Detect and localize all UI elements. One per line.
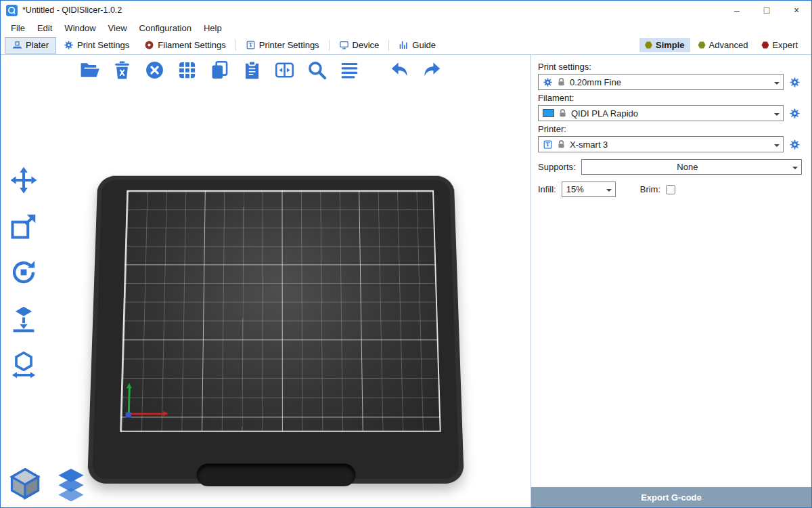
delete-all-button[interactable]: [140, 58, 168, 85]
infill-label: Infill:: [538, 184, 556, 194]
menu-edit[interactable]: Edit: [31, 21, 58, 35]
search-icon: [307, 60, 328, 83]
undo-button[interactable]: [385, 58, 413, 85]
menu-file[interactable]: File: [5, 21, 31, 35]
rotate-button[interactable]: [5, 255, 43, 291]
chevron-down-icon: [606, 189, 612, 194]
filament-label: Filament:: [538, 93, 802, 103]
filament-combo[interactable]: QIDI PLA Rapido: [538, 105, 784, 121]
tab-filament-settings[interactable]: Filament Settings: [137, 37, 233, 54]
tab-plater[interactable]: Plater: [5, 37, 56, 54]
supports-combo[interactable]: None: [581, 159, 802, 175]
window-controls: – □ ×: [722, 1, 811, 20]
supports-value: None: [586, 162, 789, 172]
printer-combo[interactable]: X-smart 3: [538, 136, 784, 152]
menu-bar: File Edit Window View Configuration Help: [1, 20, 811, 36]
menu-window[interactable]: Window: [58, 21, 102, 35]
print-settings-combo[interactable]: 0.20mm Fine: [538, 74, 784, 90]
split-objects-button[interactable]: [270, 58, 298, 85]
tab-print-settings[interactable]: Print Settings: [56, 37, 137, 54]
printer-icon: [543, 140, 553, 150]
open-project-button[interactable]: [75, 58, 104, 85]
menu-help[interactable]: Help: [198, 21, 228, 35]
gizmo-toolbar: [5, 163, 43, 383]
copy-button[interactable]: [205, 58, 233, 85]
x-axis-indicator: [128, 413, 166, 415]
mode-simple-label: Simple: [656, 40, 685, 50]
supports-label: Supports:: [538, 162, 576, 172]
y-axis-indicator: [128, 385, 131, 415]
delete-button[interactable]: [108, 58, 136, 85]
brim-checkbox[interactable]: [666, 185, 675, 194]
place-on-face-button[interactable]: [5, 301, 43, 337]
arrange-button[interactable]: [173, 58, 201, 85]
infill-brim-row: Infill: 15% Brim:: [538, 182, 802, 197]
chevron-down-icon: [774, 113, 780, 119]
layers-stack-icon: [53, 466, 89, 503]
minimize-button[interactable]: –: [722, 1, 752, 20]
iso-cube-icon: [7, 466, 43, 503]
close-button[interactable]: ×: [782, 1, 811, 20]
tab-printer-settings-label: Printer Settings: [259, 40, 319, 50]
menu-configuration[interactable]: Configuration: [133, 21, 198, 35]
tab-device[interactable]: Device: [332, 37, 387, 54]
build-plate[interactable]: [87, 176, 464, 484]
printer-label: Printer:: [538, 124, 802, 134]
grid-table-icon: [177, 60, 198, 83]
tab-separator: [388, 40, 389, 51]
paste-clipboard-icon: [242, 60, 263, 83]
mode-simple[interactable]: Simple: [639, 38, 690, 52]
paste-button[interactable]: [238, 58, 266, 85]
plater-toolbar: [75, 58, 446, 85]
guide-bars-icon: [399, 40, 409, 50]
lock-icon: [556, 77, 566, 87]
mode-advanced[interactable]: Advanced: [693, 38, 754, 52]
3d-editor-view-button[interactable]: [6, 465, 44, 503]
tab-device-label: Device: [353, 40, 380, 50]
scale-button[interactable]: [5, 209, 43, 245]
printer-icon: [246, 40, 256, 50]
variable-layer-height-button[interactable]: [335, 58, 363, 85]
maximize-button[interactable]: □: [752, 1, 782, 20]
rotate-circular-arrow-icon: [9, 257, 39, 289]
undo-arrow-icon: [389, 60, 410, 83]
mode-advanced-label: Advanced: [709, 40, 748, 50]
export-gcode-button[interactable]: Export G-code: [531, 487, 811, 507]
settings-sidebar: Print settings: 0.20mm Fine: [531, 55, 811, 507]
search-button[interactable]: [302, 58, 331, 85]
sidebar-content: Print settings: 0.20mm Fine: [531, 55, 811, 197]
filament-spool-icon: [144, 40, 154, 50]
move-arrows-icon: [9, 165, 39, 197]
trash-icon: [112, 60, 133, 83]
infill-combo[interactable]: 15%: [562, 182, 616, 197]
move-button[interactable]: [5, 163, 43, 198]
scale-icon: [9, 211, 39, 243]
3d-viewport[interactable]: [1, 55, 531, 507]
chevron-down-icon: [774, 144, 780, 150]
preview-layers-view-button[interactable]: [52, 465, 90, 503]
printer-gear-button[interactable]: [787, 137, 802, 152]
print-settings-gear-button[interactable]: [787, 75, 802, 89]
lock-icon: [556, 140, 566, 150]
split-panes-icon: [274, 60, 295, 83]
print-settings-label: Print settings:: [538, 62, 802, 72]
menu-view[interactable]: View: [102, 21, 133, 35]
layer-lines-icon: [339, 60, 360, 83]
redo-button[interactable]: [418, 58, 446, 85]
brim-label: Brim:: [640, 184, 660, 194]
filament-gear-button[interactable]: [787, 106, 802, 121]
tab-plater-label: Plater: [26, 40, 49, 50]
tab-printer-settings[interactable]: Printer Settings: [238, 37, 327, 54]
mode-expert[interactable]: Expert: [756, 38, 803, 52]
mode-expert-label: Expert: [772, 40, 798, 50]
redo-arrow-icon: [422, 60, 443, 83]
filament-color-swatch: [543, 109, 554, 117]
bed-frame: [87, 176, 464, 484]
tab-guide[interactable]: Guide: [391, 37, 443, 54]
lock-icon: [558, 108, 568, 119]
tab-print-settings-label: Print Settings: [77, 40, 129, 50]
measure-button[interactable]: [5, 347, 43, 383]
tab-separator: [329, 40, 330, 51]
chevron-down-icon: [792, 167, 798, 172]
monitor-icon: [339, 40, 349, 50]
